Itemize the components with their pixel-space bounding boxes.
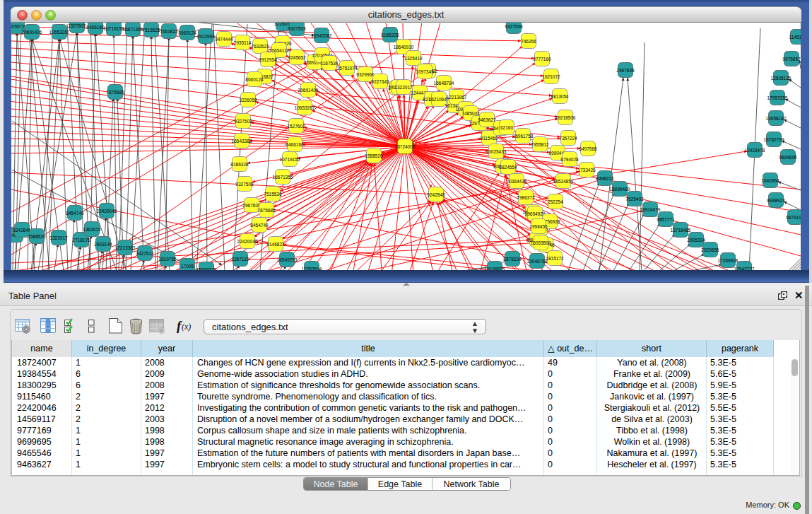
svg-text:9245652: 9245652 (288, 55, 306, 60)
svg-text:17957255: 17957255 (767, 95, 788, 100)
svg-text:9242848: 9242848 (427, 192, 445, 197)
svg-text:2935114: 2935114 (234, 40, 252, 45)
svg-text:1621072: 1621072 (542, 74, 560, 79)
svg-text:12923478: 12923478 (745, 148, 765, 153)
svg-text:9329966: 9329966 (356, 72, 375, 77)
svg-text:16053809: 16053809 (531, 240, 551, 245)
svg-text:10653267: 10653267 (49, 30, 70, 35)
svg-text:9327503: 9327503 (288, 26, 306, 31)
svg-text:9474444: 9474444 (215, 37, 233, 42)
svg-text:16782759: 16782759 (764, 137, 784, 142)
svg-text:20691406: 20691406 (22, 30, 42, 35)
svg-text:8498222: 8498222 (596, 176, 614, 181)
svg-text:9857771: 9857771 (657, 217, 675, 222)
svg-text:10719155: 10719155 (104, 26, 124, 31)
svg-text:8878334: 8878334 (503, 257, 522, 262)
svg-text:1322017: 1322017 (394, 85, 413, 90)
svg-text:10719155: 10719155 (280, 157, 300, 162)
svg-text:8454749: 8454749 (66, 211, 84, 216)
svg-text:1733426: 1733426 (577, 168, 596, 173)
svg-text:9327503: 9327503 (234, 119, 252, 124)
svg-text:1958455: 1958455 (529, 224, 548, 229)
svg-text:7357224: 7357224 (559, 136, 577, 141)
svg-text:16524851: 16524851 (553, 179, 574, 184)
svg-text:18640910: 18640910 (394, 45, 414, 49)
svg-text:1097349: 1097349 (416, 69, 434, 74)
svg-text:3912954: 3912954 (259, 57, 277, 62)
svg-text:7515526: 7515526 (142, 28, 160, 33)
svg-text:8454749: 8454749 (250, 223, 269, 228)
svg-text:1588520: 1588520 (28, 234, 46, 239)
svg-text:7515526: 7515526 (264, 192, 282, 197)
svg-text:13716485: 13716485 (671, 228, 691, 233)
svg-text:2020656: 2020656 (701, 247, 719, 252)
svg-text:7625402: 7625402 (625, 197, 644, 201)
svg-text:1810755: 1810755 (158, 257, 177, 262)
svg-text:12505135: 12505135 (771, 76, 792, 81)
svg-text:7986372: 7986372 (517, 195, 535, 200)
svg-text:1588520: 1588520 (365, 153, 383, 158)
svg-text:9777169: 9777169 (533, 57, 551, 62)
svg-text:8938923: 8938923 (767, 198, 785, 203)
svg-text:8186328: 8186328 (381, 33, 399, 37)
svg-text:16543382: 16543382 (232, 139, 252, 144)
svg-text:12942737: 12942737 (734, 267, 755, 271)
svg-text:9327508: 9327508 (235, 182, 254, 187)
svg-text:7632621: 7632621 (251, 44, 269, 49)
svg-text:6466160: 6466160 (86, 25, 105, 30)
svg-text:16914479: 16914479 (640, 207, 661, 212)
svg-text:8813054: 8813054 (551, 94, 569, 99)
svg-text:22420046: 22420046 (97, 209, 117, 214)
svg-text:15751074: 15751074 (337, 66, 358, 71)
svg-text:6679197: 6679197 (786, 215, 801, 220)
svg-text:8660124: 8660124 (178, 30, 196, 35)
svg-text:1640954: 1640954 (761, 178, 779, 183)
svg-text:7875685: 7875685 (257, 208, 276, 213)
svg-text:16549253: 16549253 (277, 257, 298, 262)
svg-text:62160: 62160 (500, 125, 513, 130)
svg-text:18099489: 18099489 (610, 187, 630, 192)
svg-text:252254: 252254 (548, 199, 563, 204)
svg-text:1527602: 1527602 (68, 23, 86, 28)
svg-text:9327508: 9327508 (505, 24, 523, 29)
svg-text:7875685: 7875685 (106, 90, 124, 95)
svg-text:16648784: 16648784 (434, 81, 454, 86)
svg-text:8186328: 8186328 (230, 162, 249, 167)
svg-text:9975857: 9975857 (782, 57, 801, 62)
svg-text:9146821: 9146821 (266, 242, 285, 247)
svg-text:8660124: 8660124 (245, 77, 264, 82)
svg-text:1362615: 1362615 (83, 227, 101, 232)
svg-text:2803144: 2803144 (94, 242, 112, 247)
svg-text:19166825: 19166825 (485, 267, 505, 271)
svg-text:9463627: 9463627 (478, 117, 496, 122)
svg-text:9699695: 9699695 (779, 155, 797, 160)
svg-text:3824554: 3824554 (499, 165, 517, 170)
svg-text:20364436: 20364436 (507, 179, 527, 184)
svg-text:13958187: 13958187 (766, 116, 787, 121)
svg-text:6466160: 6466160 (286, 142, 304, 147)
svg-text:16671355: 16671355 (123, 27, 143, 32)
svg-text:17359928: 17359928 (718, 258, 739, 263)
svg-text:12213967: 12213967 (447, 95, 467, 100)
svg-text:16961758: 16961758 (513, 134, 534, 139)
svg-text:2967608: 2967608 (616, 68, 635, 73)
svg-text:1145194: 1145194 (789, 35, 801, 40)
svg-text:746266: 746266 (521, 39, 536, 44)
svg-text:9115460: 9115460 (481, 136, 498, 141)
svg-text:16543382: 16543382 (312, 33, 332, 38)
svg-text:20691406: 20691406 (298, 88, 319, 93)
svg-text:3267110: 3267110 (232, 257, 249, 262)
svg-text:1815172: 1815172 (546, 256, 564, 261)
svg-text:1167534: 1167534 (321, 61, 339, 66)
svg-text:10046768: 10046768 (527, 259, 548, 264)
svg-text:22420046: 22420046 (237, 239, 258, 244)
svg-text:(x): (x) (182, 322, 191, 332)
svg-text:6497568: 6497568 (579, 146, 597, 151)
svg-text:12353594: 12353594 (302, 267, 322, 271)
svg-text:3427512: 3427512 (136, 251, 154, 256)
svg-text:1322017: 1322017 (49, 235, 68, 240)
svg-text:16671355: 16671355 (273, 175, 293, 180)
svg-text:7485003: 7485003 (461, 111, 480, 116)
svg-text:2718176: 2718176 (72, 238, 90, 243)
svg-text:2967608: 2967608 (242, 203, 261, 208)
